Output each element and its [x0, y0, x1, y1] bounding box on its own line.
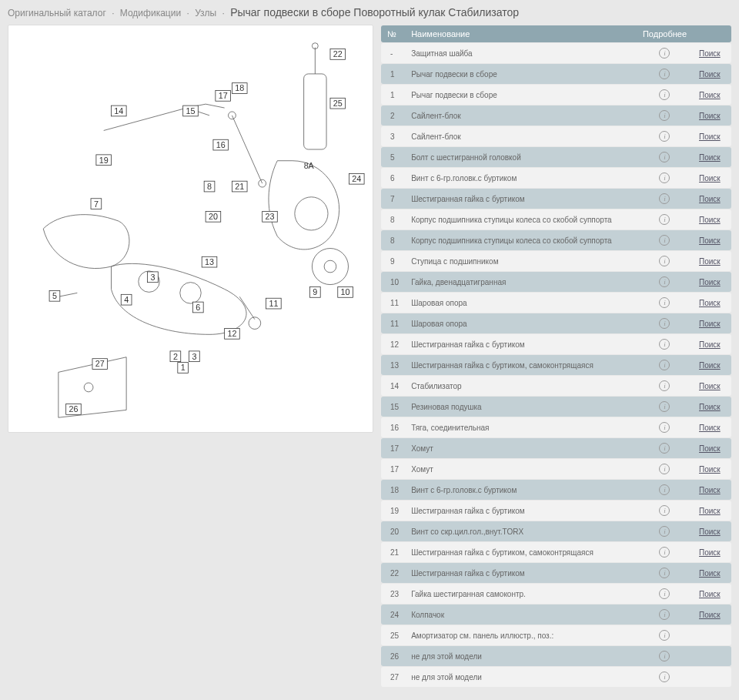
callout-14[interactable]: 14 — [112, 106, 127, 116]
info-icon[interactable]: i — [659, 193, 670, 204]
info-icon[interactable]: i — [659, 214, 670, 225]
info-icon[interactable]: i — [659, 380, 670, 391]
callout-7[interactable]: 7 — [91, 199, 102, 209]
search-link[interactable]: Поиск — [699, 444, 721, 453]
info-icon[interactable]: i — [659, 172, 670, 183]
table-row[interactable]: 12Шестигранная гайка с буртикомiПоиск — [381, 334, 731, 354]
table-row[interactable]: 7Шестигранная гайка с буртикомiПоиск — [381, 189, 731, 209]
callout-1[interactable]: 1 — [178, 363, 189, 373]
callout-3[interactable]: 3 — [148, 272, 159, 283]
callout-2[interactable]: 2 — [170, 351, 181, 362]
info-icon[interactable]: i — [659, 609, 670, 620]
info-icon[interactable]: i — [659, 69, 670, 79]
callout-23[interactable]: 23 — [262, 211, 278, 222]
callout-22[interactable]: 22 — [330, 49, 346, 60]
breadcrumb-link-catalog[interactable]: Оригинальный каталог — [8, 8, 106, 18]
search-link[interactable]: Поиск — [699, 216, 721, 224]
table-row[interactable]: 14СтабилизаторiПоиск — [381, 376, 731, 396]
callout-17[interactable]: 17 — [216, 91, 231, 102]
info-icon[interactable]: i — [659, 360, 670, 370]
callout-25[interactable]: 25 — [330, 98, 346, 109]
callout-5[interactable]: 5 — [49, 290, 60, 301]
search-link[interactable]: Поиск — [699, 507, 721, 515]
table-row[interactable]: 20Винт со скр.цил.гол.,внут.TORXiПоиск — [381, 521, 731, 541]
callout-6[interactable]: 6 — [192, 302, 203, 313]
callout-21[interactable]: 21 — [232, 181, 247, 192]
search-link[interactable]: Поиск — [699, 278, 721, 286]
table-row[interactable]: 16Тяга, соединительнаяiПоиск — [381, 417, 731, 437]
callout-20[interactable]: 20 — [206, 211, 221, 222]
callout-26[interactable]: 26 — [66, 404, 82, 415]
callout-9[interactable]: 9 — [309, 287, 320, 298]
table-row[interactable]: 23Гайка шестигранная самоконтр.iПоиск — [381, 584, 731, 604]
info-icon[interactable]: i — [659, 131, 670, 142]
table-row[interactable]: 5Болт с шестигранной головкойiПоиск — [381, 147, 731, 167]
callout-19[interactable]: 19 — [96, 155, 112, 166]
table-row[interactable]: 10Гайка, двенадцатиграннаяiПоиск — [381, 272, 731, 292]
search-link[interactable]: Поиск — [699, 590, 721, 598]
table-row[interactable]: 18Винт с 6-гр.головк.с буртикомiПоиск — [381, 480, 731, 500]
table-row[interactable]: 15Резиновая подушкаiПоиск — [381, 397, 731, 417]
table-row[interactable]: -Защитная шайбаiПоиск — [381, 43, 731, 63]
info-icon[interactable]: i — [659, 339, 670, 350]
search-link[interactable]: Поиск — [699, 236, 721, 245]
info-icon[interactable]: i — [659, 443, 670, 454]
info-icon[interactable]: i — [659, 672, 670, 682]
search-link[interactable]: Поиск — [699, 195, 721, 203]
search-link[interactable]: Поиск — [699, 340, 721, 349]
search-link[interactable]: Поиск — [699, 174, 721, 183]
info-icon[interactable]: i — [659, 484, 670, 495]
table-row[interactable]: 2Сайлент-блокiПоиск — [381, 106, 731, 126]
info-icon[interactable]: i — [659, 568, 670, 578]
search-link[interactable]: Поиск — [699, 528, 721, 536]
search-link[interactable]: Поиск — [699, 320, 721, 328]
search-link[interactable]: Поиск — [699, 299, 721, 307]
info-icon[interactable]: i — [659, 48, 670, 59]
callout-11[interactable]: 11 — [266, 298, 282, 309]
callout-15[interactable]: 15 — [183, 106, 199, 116]
callout-8[interactable]: 8 — [204, 181, 215, 192]
callout-3[interactable]: 3 — [189, 351, 200, 362]
info-icon[interactable]: i — [659, 318, 670, 329]
search-link[interactable]: Поиск — [699, 257, 721, 266]
info-icon[interactable]: i — [659, 464, 670, 474]
table-row[interactable]: 8Корпус подшипника ступицы колеса со ско… — [381, 209, 731, 229]
table-row[interactable]: 3Сайлент-блокiПоиск — [381, 126, 731, 146]
info-icon[interactable]: i — [659, 422, 670, 433]
search-link[interactable]: Поиск — [699, 91, 721, 99]
table-row[interactable]: 22Шестигранная гайка с буртикомiПоиск — [381, 563, 731, 583]
info-icon[interactable]: i — [659, 401, 670, 412]
table-row[interactable]: 1Рычаг подвески в сбореiПоиск — [381, 85, 731, 105]
search-link[interactable]: Поиск — [699, 49, 721, 58]
callout-16[interactable]: 16 — [213, 139, 229, 150]
search-link[interactable]: Поиск — [699, 112, 721, 120]
table-row[interactable]: 1Рычаг подвески в сбореiПоиск — [381, 64, 731, 84]
callout-10[interactable]: 10 — [338, 287, 353, 298]
callout-13[interactable]: 13 — [202, 256, 217, 267]
table-row[interactable]: 19Шестигранная гайка с буртикомiПоиск — [381, 501, 731, 521]
info-icon[interactable]: i — [659, 152, 670, 162]
info-icon[interactable]: i — [659, 630, 670, 641]
callout-27[interactable]: 27 — [92, 359, 108, 370]
search-link[interactable]: Поиск — [699, 153, 721, 162]
info-icon[interactable]: i — [659, 547, 670, 558]
table-row[interactable]: 6Винт с 6-гр.головк.с буртикомiПоиск — [381, 168, 731, 188]
search-link[interactable]: Поиск — [699, 611, 721, 619]
info-icon[interactable]: i — [659, 89, 670, 100]
info-icon[interactable]: i — [659, 110, 670, 121]
info-icon[interactable]: i — [659, 256, 670, 266]
info-icon[interactable]: i — [659, 588, 670, 599]
table-row[interactable]: 17ХомутiПоиск — [381, 459, 731, 479]
callout-24[interactable]: 24 — [349, 173, 364, 184]
info-icon[interactable]: i — [659, 297, 670, 308]
callout-18[interactable]: 18 — [232, 83, 247, 94]
info-icon[interactable]: i — [659, 276, 670, 287]
info-icon[interactable]: i — [659, 651, 670, 661]
search-link[interactable]: Поиск — [699, 382, 721, 390]
table-row[interactable]: 25Амортизатор см. панель иллюстр., поз.:… — [381, 625, 731, 645]
table-row[interactable]: 11Шаровая опораiПоиск — [381, 293, 731, 313]
table-row[interactable]: 17ХомутiПоиск — [381, 438, 731, 458]
table-row[interactable]: 8Корпус подшипника ступицы колеса со ско… — [381, 230, 731, 250]
table-row[interactable]: 24КолпачокiПоиск — [381, 605, 731, 625]
search-link[interactable]: Поиск — [699, 361, 721, 370]
